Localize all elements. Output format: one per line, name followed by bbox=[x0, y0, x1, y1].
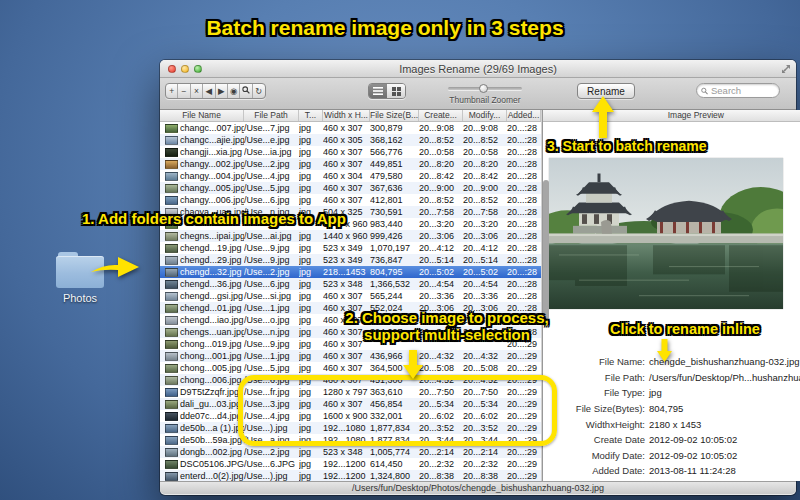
preview-eye-button[interactable]: ◉ bbox=[228, 84, 240, 98]
table-row[interactable]: changji...xia.jpg/Use...ia.jpgjpg460 x 3… bbox=[160, 146, 541, 158]
add-button[interactable]: + bbox=[166, 84, 178, 98]
table-row[interactable]: changy...005.jpg/Use...5.jpgjpg460 x 307… bbox=[160, 182, 541, 194]
zoomer-slider[interactable] bbox=[448, 87, 522, 90]
cell-size: 730,591 bbox=[370, 206, 419, 218]
table-row[interactable]: chengd...36.jpg/Use...6.jpgjpg523 x 3481… bbox=[160, 278, 541, 290]
file-thumbnail bbox=[165, 292, 178, 301]
cell-added: 20...:28 bbox=[507, 254, 541, 266]
column-header[interactable]: Modify... bbox=[463, 110, 507, 121]
table-row[interactable]: changc...ajie.jpg/Use...e.jpgjpg460 x 30… bbox=[160, 134, 541, 146]
titlebar[interactable]: Images Rename (29/69 Images) bbox=[160, 60, 796, 78]
table-row[interactable]: changc...007.jpg/Use...7.jpgjpg460 x 307… bbox=[160, 122, 541, 134]
cell-added: 20...:28 bbox=[507, 122, 541, 134]
detail-label: File Type: bbox=[543, 387, 645, 398]
search-field[interactable] bbox=[696, 83, 780, 98]
table-row[interactable]: changy...006.jpg/Use...6.jpgjpg460 x 307… bbox=[160, 194, 541, 206]
cell-added: 20...:28 bbox=[507, 206, 541, 218]
column-header[interactable]: Width x H... bbox=[323, 110, 370, 121]
cell-size: 300,879 bbox=[370, 122, 419, 134]
cell-path: /Use...2.jpg bbox=[244, 158, 299, 170]
detail-value[interactable]: 2012-09-02 10:05:02 bbox=[649, 450, 737, 461]
table-row[interactable]: chengd...29.jpg/Use...9.jpgjpg523 x 3497… bbox=[160, 254, 541, 266]
detail-row: File Type:jpg bbox=[543, 387, 800, 398]
table-row[interactable]: chengd...32.jpg/Use...2.jpgjpg218...1453… bbox=[160, 266, 541, 278]
detail-value[interactable]: 2012-09-02 10:05:02 bbox=[649, 434, 737, 445]
table-row[interactable]: enterd...0(2).jpg/Use...).jpgjpg192...12… bbox=[160, 470, 541, 481]
table-row[interactable]: chengd...gsi.jpg/Use...si.jpgjpg460 x 30… bbox=[160, 290, 541, 302]
cell-size: 999,426 bbox=[370, 230, 419, 242]
detail-value[interactable]: 2013-08-11 11:24:28 bbox=[649, 465, 736, 476]
column-header[interactable]: T... bbox=[299, 110, 323, 121]
cell-dim: 523 x 349 bbox=[323, 242, 370, 254]
cell-added: 20...:28 bbox=[507, 266, 541, 278]
maximize-button[interactable] bbox=[194, 65, 202, 73]
file-thumbnail bbox=[165, 268, 178, 277]
forward-button[interactable]: ▶ bbox=[216, 84, 228, 98]
cell-size: 1,005,774 bbox=[370, 446, 419, 458]
cell-path: /Use...o.jpg bbox=[244, 314, 299, 326]
cell-name: de50b...59a.jpg bbox=[180, 434, 244, 446]
cell-dim: 192...1200 bbox=[323, 470, 370, 481]
cell-dim: 460 x 307 bbox=[323, 158, 370, 170]
detail-label: Added Date: bbox=[543, 465, 645, 476]
search-icon bbox=[701, 87, 708, 95]
cell-path: /Use...9.jpg bbox=[244, 242, 299, 254]
column-header[interactable]: File Size(B... bbox=[370, 110, 419, 121]
minimize-button[interactable] bbox=[181, 65, 189, 73]
table-row[interactable]: chengd...19.jpg/Use...9.jpgjpg523 x 3491… bbox=[160, 242, 541, 254]
detail-value[interactable]: 2180 x 1453 bbox=[649, 419, 701, 430]
table-row[interactable]: dongb...002.jpg/Use...2.jpgjpg523 x 3481… bbox=[160, 446, 541, 458]
detail-value[interactable]: /Users/fun/Desktop/Ph...hushanzhuang-032… bbox=[649, 372, 800, 383]
table-row[interactable]: chong...001.jpg/Use...1.jpgjpg460 x 3074… bbox=[160, 350, 541, 362]
remove-button[interactable]: − bbox=[178, 84, 190, 98]
desktop: Batch rename image only in 3 steps Photo… bbox=[0, 0, 800, 500]
file-thumbnail bbox=[165, 172, 178, 181]
cell-type: jpg bbox=[299, 326, 323, 338]
close-button[interactable] bbox=[168, 65, 176, 73]
file-thumbnail bbox=[165, 232, 178, 241]
window-zoom-icon[interactable] bbox=[781, 64, 791, 74]
list-view-button[interactable] bbox=[369, 84, 387, 98]
column-header[interactable]: Create... bbox=[419, 110, 463, 121]
cell-added: 20...:29 bbox=[507, 458, 541, 470]
arrow-down-small-icon bbox=[657, 339, 672, 362]
cell-path: /Use...1.jpg bbox=[244, 350, 299, 362]
file-thumbnail bbox=[165, 400, 178, 409]
table-row[interactable]: DSC05106.JPG/Use...6.JPGjpg192...1200614… bbox=[160, 458, 541, 470]
table-row[interactable]: changy...002.jpg/Use...2.jpgjpg460 x 307… bbox=[160, 158, 541, 170]
back-button[interactable]: ◀ bbox=[203, 84, 215, 98]
table-row[interactable]: chong...005.jpg/Use...5.jpgjpg460 x 3073… bbox=[160, 362, 541, 374]
view-toggle bbox=[368, 83, 406, 99]
column-header[interactable]: File Path bbox=[244, 110, 299, 121]
cell-modified: 20...2:14 bbox=[463, 446, 507, 458]
cell-modified: 20...3:36 bbox=[463, 290, 507, 302]
file-thumbnail bbox=[165, 340, 178, 349]
detail-value[interactable]: 804,795 bbox=[649, 403, 683, 414]
cell-added: 20...:28 bbox=[507, 134, 541, 146]
search-input[interactable] bbox=[711, 85, 775, 96]
table-row[interactable]: changy...004.jpg/Use...4.jpgjpg460 x 304… bbox=[160, 170, 541, 182]
table-row[interactable]: chegns...ipai.jpg/Use...ai.jpgjpg1440 x … bbox=[160, 230, 541, 242]
cell-type: jpg bbox=[299, 170, 323, 182]
refresh-button[interactable]: ↻ bbox=[253, 84, 265, 98]
grid-view-icon bbox=[392, 87, 401, 96]
zoomer-slider-knob[interactable] bbox=[479, 84, 488, 93]
cell-size: 449,851 bbox=[370, 158, 419, 170]
delete-button[interactable]: × bbox=[191, 84, 203, 98]
cell-name: changji...xia.jpg bbox=[180, 146, 244, 158]
cell-path: /Use...2.jpg bbox=[244, 446, 299, 458]
cell-type: jpg bbox=[299, 254, 323, 266]
column-header[interactable]: Added... bbox=[507, 110, 541, 121]
detail-label: Modify Date: bbox=[543, 450, 645, 461]
grid-view-button[interactable] bbox=[387, 84, 405, 98]
search-button[interactable] bbox=[240, 84, 252, 98]
file-thumbnail bbox=[165, 184, 178, 193]
arrow-right-icon bbox=[90, 254, 140, 280]
column-header[interactable]: File Name bbox=[160, 110, 244, 121]
cell-name: chengd...19.jpg bbox=[180, 242, 244, 254]
scrollbar-thumb[interactable] bbox=[543, 180, 549, 320]
annotation-inline: Click to rename inline bbox=[610, 321, 760, 337]
detail-value[interactable]: jpg bbox=[649, 387, 662, 398]
cell-type: jpg bbox=[299, 458, 323, 470]
detail-row: WidthxHeight:2180 x 1453 bbox=[543, 419, 800, 430]
